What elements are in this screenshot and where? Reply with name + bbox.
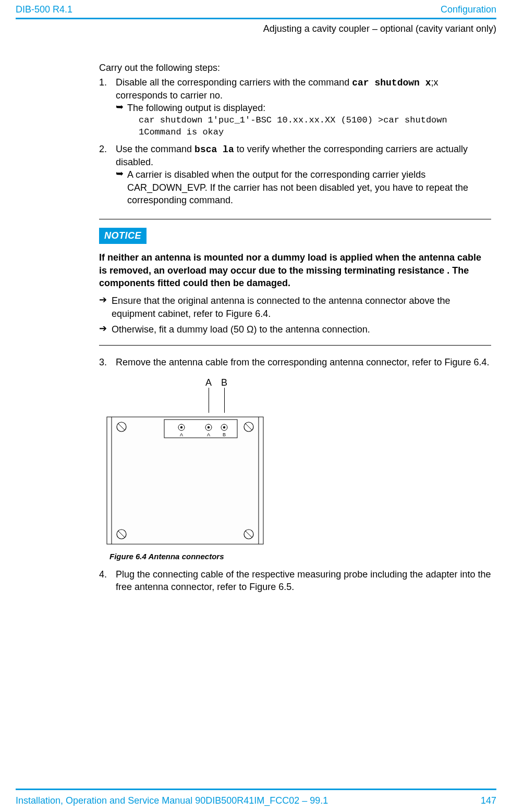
panel-label-ab-b: B [223, 432, 226, 437]
step-2-text-a: Use the command [116, 144, 194, 154]
step-2-result-text: A carrier is disabled when the output fo… [127, 168, 491, 206]
leader-line-b [224, 388, 225, 413]
arrow-right-icon: ➔ [99, 294, 112, 320]
step-2-result: ➥ A carrier is disabled when the output … [116, 168, 491, 206]
step-1-body: Disable all the corresponding carriers w… [116, 76, 491, 141]
intro-text: Carry out the following steps: [99, 61, 491, 74]
header-subtitle: Adjusting a cavity coupler – optional (c… [16, 22, 496, 35]
step-1-code-line-2: 1Command is okay [139, 127, 491, 139]
header-product: DIB-500 R4.1 [16, 3, 72, 16]
footer-rule [16, 789, 496, 790]
step-2-cmd: bsca la [194, 144, 234, 155]
notice-top-rule [99, 219, 491, 219]
step-1-output: ➥ The following output is displayed: car… [116, 102, 491, 138]
header-rule [16, 18, 496, 19]
panel-label-a: A [180, 432, 183, 437]
step-1-marker: 1. [99, 76, 116, 141]
step-1-output-label: The following output is displayed: [127, 103, 265, 113]
svg-point-17 [223, 426, 225, 428]
step-2-marker: 2. [99, 143, 116, 208]
step-1-cmd: car shutdown x [352, 78, 431, 88]
step-3-marker: 3. [99, 356, 116, 368]
notice-text: If neither an antenna is mounted nor a d… [99, 251, 491, 289]
svg-point-15 [208, 426, 210, 428]
notice-bullet-2-text: Otherwise, fit a dummy load (50 Ω) to th… [112, 323, 491, 336]
svg-rect-11 [164, 420, 237, 438]
notice-bottom-rule [99, 345, 491, 346]
notice-bullet-1-text: Ensure that the original antenna is conn… [112, 294, 491, 320]
page-header: DIB-500 R4.1 Configuration [16, 0, 496, 16]
notice-bullet-1: ➔ Ensure that the original antenna is co… [99, 294, 491, 320]
arrow-icon: ➥ [116, 168, 127, 206]
figure-label-a: A [205, 376, 212, 389]
arrow-icon: ➥ [116, 102, 127, 138]
figure-label-b: B [221, 376, 227, 389]
step-1: 1. Disable all the corresponding carrier… [99, 76, 491, 141]
step-2-body: Use the command bsca la to verify whethe… [116, 143, 491, 208]
footer-page-number: 147 [481, 794, 496, 807]
step-3-text: Remove the antenna cable from the corres… [116, 356, 491, 368]
leader-line-a [209, 388, 209, 413]
step-3: 3. Remove the antenna cable from the cor… [99, 356, 491, 368]
step-4: 4. Plug the connecting cable of the resp… [99, 568, 491, 594]
content-area: Carry out the following steps: 1. Disabl… [99, 61, 491, 594]
step-4-marker: 4. [99, 568, 116, 594]
svg-point-13 [180, 426, 182, 428]
footer-doc-id: Installation, Operation and Service Manu… [16, 794, 328, 807]
figure-caption: Figure 6.4 Antenna connectors [109, 551, 491, 562]
notice-badge: NOTICE [99, 228, 147, 244]
panel-label-ab-a: A [207, 432, 210, 437]
page-footer: Installation, Operation and Service Manu… [0, 789, 512, 812]
figure-6-4: A B [99, 376, 491, 562]
step-2: 2. Use the command bsca la to verify whe… [99, 143, 491, 208]
step-1-text-a: Disable all the corresponding carriers w… [116, 77, 352, 88]
header-section: Configuration [441, 3, 496, 16]
notice-bullet-2: ➔ Otherwise, fit a dummy load (50 Ω) to … [99, 323, 491, 336]
antenna-connector-diagram: A A B [99, 413, 271, 548]
step-1-code-line-1: car shutdown 1'puc_1'-BSC 10.xx.xx.XX (5… [139, 115, 491, 127]
step-4-text: Plug the connecting cable of the respect… [116, 568, 491, 594]
arrow-right-icon: ➔ [99, 323, 112, 336]
